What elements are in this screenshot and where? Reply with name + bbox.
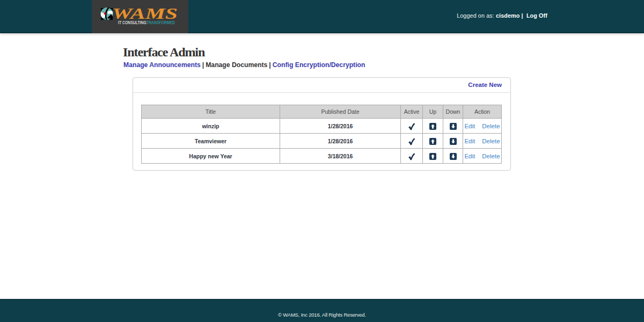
svg-text:IT CONSULTINGTRANSFORMED: IT CONSULTINGTRANSFORMED — [118, 20, 175, 25]
